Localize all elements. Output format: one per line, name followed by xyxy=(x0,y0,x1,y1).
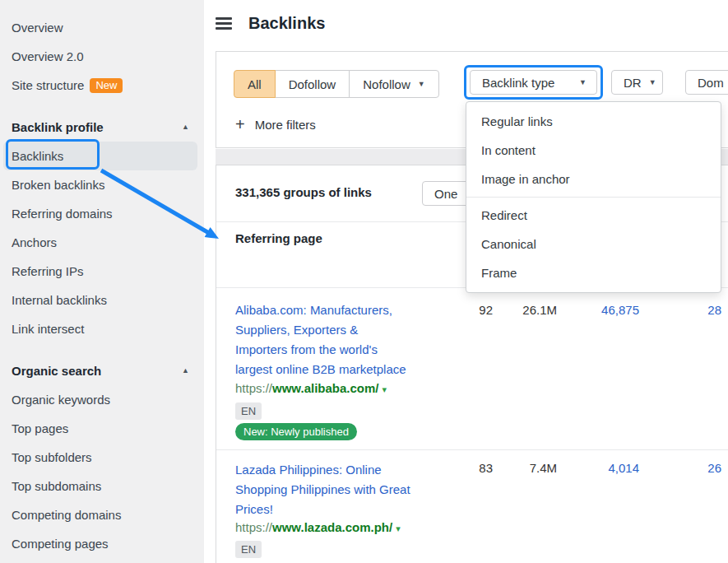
dropdown-item-frame[interactable]: Frame xyxy=(466,258,721,287)
dropdown-item-in-content[interactable]: In content xyxy=(466,136,721,165)
chevron-down-icon: ▼ xyxy=(418,80,425,88)
chevron-down-icon: ▾ xyxy=(396,523,401,533)
referring-page-url[interactable]: https://www.lazada.com.ph/▾ xyxy=(235,520,401,534)
chevron-down-icon: ▼ xyxy=(579,78,587,86)
backlink-type-filter-button[interactable]: Backlink type▼ xyxy=(470,70,597,95)
sidebar-item-organic-keywords[interactable]: Organic keywords xyxy=(0,385,204,414)
dropdown-item-canonical[interactable]: Canonical xyxy=(466,230,721,258)
app-window: Overview Overview 2.0 Site structureNew … xyxy=(0,0,728,563)
sidebar-item-backlinks[interactable]: Backlinks xyxy=(3,142,197,170)
sidebar-item-top-subfolders[interactable]: Top subfolders xyxy=(0,443,204,472)
sidebar-item-competing-pages[interactable]: Competing pages xyxy=(0,529,204,558)
backlink-type-dropdown: Regular links In content Image in anchor… xyxy=(466,101,721,293)
newly-published-badge: New: Newly published xyxy=(235,423,357,440)
metric-value: 83 xyxy=(461,461,493,475)
column-header-referring-page: Referring page xyxy=(235,231,322,245)
dropdown-item-redirect[interactable]: Redirect xyxy=(466,201,721,230)
filter-nofollow-button[interactable]: Nofollow▼ xyxy=(349,70,438,98)
sidebar-item-link-intersect[interactable]: Link intersect xyxy=(0,314,204,343)
follow-filter-group: All Dofollow Nofollow▼ xyxy=(234,70,439,98)
metric-link[interactable]: 46,875 xyxy=(560,303,639,317)
menu-icon[interactable] xyxy=(216,17,232,30)
sidebar-item-internal-backlinks[interactable]: Internal backlinks xyxy=(0,286,204,314)
sidebar-item-referring-domains[interactable]: Referring domains xyxy=(0,199,204,228)
dr-filter-button[interactable]: DR▼ xyxy=(611,70,663,95)
sidebar-item-broken-backlinks[interactable]: Broken backlinks xyxy=(0,170,204,199)
language-badge: EN xyxy=(235,541,262,558)
collapse-icon: ▲ xyxy=(182,113,189,142)
collapse-icon: ▲ xyxy=(182,356,189,385)
metric-link[interactable]: 4,014 xyxy=(560,461,639,475)
divider xyxy=(216,449,728,450)
domain-filter-button[interactable]: Dom xyxy=(685,70,728,95)
new-badge: New xyxy=(90,78,123,93)
sidebar-item-competing-domains[interactable]: Competing domains xyxy=(0,500,204,529)
metric-link[interactable]: 28 xyxy=(642,303,721,317)
referring-page-url[interactable]: https://www.alibaba.com/▾ xyxy=(235,381,387,395)
metric-value: 92 xyxy=(461,303,493,317)
referring-page-link[interactable]: Lazada Philippines: Online Shopping Phil… xyxy=(235,460,471,519)
sidebar-section-organic-search[interactable]: Organic search▲ xyxy=(0,356,204,385)
metric-link[interactable]: 26 xyxy=(642,461,721,475)
more-filters-button[interactable]: +More filters xyxy=(235,114,316,134)
plus-icon: + xyxy=(235,116,245,133)
dropdown-separator xyxy=(466,197,721,198)
metric-value: 7.4M xyxy=(494,461,557,475)
sidebar-section-backlink-profile[interactable]: Backlink profile▲ xyxy=(0,113,204,142)
dropdown-item-image-in-anchor[interactable]: Image in anchor xyxy=(466,165,721,193)
filter-dofollow-button[interactable]: Dofollow xyxy=(275,70,350,98)
sidebar: Overview Overview 2.0 Site structureNew … xyxy=(0,0,204,563)
sidebar-item-top-pages[interactable]: Top pages xyxy=(0,414,204,443)
dropdown-item-regular-links[interactable]: Regular links xyxy=(466,107,721,136)
sidebar-item-referring-ips[interactable]: Referring IPs xyxy=(0,257,204,286)
results-count: 331,365 groups of links xyxy=(235,180,372,205)
chevron-down-icon: ▾ xyxy=(383,384,387,394)
referring-page-link[interactable]: Alibaba.com: Manufacturers, Suppliers, E… xyxy=(235,300,471,379)
sidebar-item-overview-2[interactable]: Overview 2.0 xyxy=(0,42,204,71)
metric-value: 26.1M xyxy=(494,303,557,317)
language-badge: EN xyxy=(235,402,262,420)
sidebar-item-site-structure[interactable]: Site structureNew xyxy=(0,71,204,100)
sidebar-item-anchors[interactable]: Anchors xyxy=(0,228,204,257)
filter-all-button[interactable]: All xyxy=(234,70,276,98)
page-title: Backlinks xyxy=(248,14,325,33)
sidebar-item-overview[interactable]: Overview xyxy=(0,13,204,42)
sidebar-item-top-subdomains[interactable]: Top subdomains xyxy=(0,472,204,500)
chevron-down-icon: ▼ xyxy=(649,78,656,86)
